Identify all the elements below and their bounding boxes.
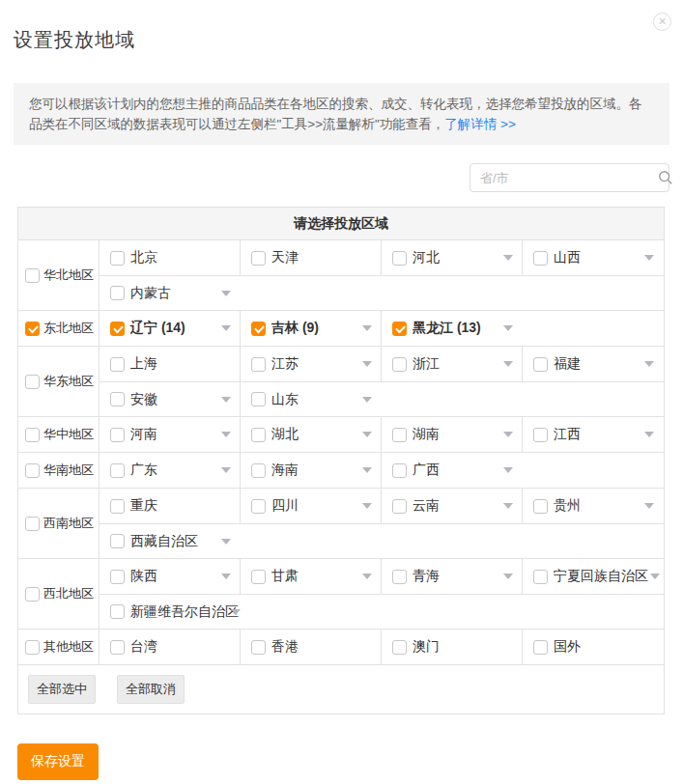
province-search-input[interactable] [470,171,658,185]
region-checkbox[interactable] [25,375,40,389]
province-checkbox[interactable] [533,499,548,514]
province-checkbox[interactable] [533,570,548,584]
province-checkbox[interactable] [251,322,266,336]
province-checkbox[interactable] [251,392,266,406]
dropdown-caret-icon[interactable] [221,574,231,579]
dropdown-caret-icon[interactable] [231,609,241,615]
province-checkbox[interactable] [251,428,266,442]
dropdown-caret-icon[interactable] [221,325,231,331]
province-checkbox[interactable] [392,428,407,442]
learn-more-link[interactable]: 了解详情 >> [444,117,516,131]
region-rows: 上海江苏浙江福建安徽山东 [100,347,664,416]
dropdown-caret-icon[interactable] [221,539,231,545]
province-cell: 天津 [241,240,382,275]
province-label: 台湾 [130,638,219,656]
region-label: 华中地区 [43,426,94,443]
province-checkbox[interactable] [110,428,125,442]
dropdown-caret-icon[interactable] [221,397,231,403]
province-checkbox[interactable] [110,463,125,478]
province-checkbox[interactable] [110,570,125,584]
province-checkbox[interactable] [251,640,266,655]
magnifier-icon[interactable] [658,164,673,191]
save-settings-button[interactable]: 保存设置 [17,743,99,780]
region-checkbox[interactable] [25,587,40,602]
province-checkbox[interactable] [392,251,407,266]
province-checkbox[interactable] [110,604,125,619]
dropdown-caret-icon[interactable] [221,291,231,296]
province-label: 江苏 [271,355,360,373]
province-checkbox[interactable] [110,251,125,266]
region-label: 西北地区 [43,585,94,602]
province-checkbox[interactable] [392,322,407,336]
province-row: 河南湖北湖南江西 [100,417,664,452]
province-checkbox[interactable] [533,428,548,442]
dropdown-caret-icon[interactable] [221,432,231,437]
province-cell: 江苏 [241,347,382,381]
dropdown-caret-icon[interactable] [503,432,513,437]
province-label: 辽宁 (14) [130,320,219,337]
dropdown-caret-icon[interactable] [503,467,513,473]
province-checkbox[interactable] [392,357,407,372]
province-checkbox[interactable] [110,499,125,514]
region-checkbox[interactable] [25,322,40,336]
dropdown-caret-icon[interactable] [221,467,231,473]
dropdown-caret-icon[interactable] [644,361,654,367]
province-checkbox[interactable] [251,570,266,584]
province-checkbox[interactable] [110,640,125,655]
province-cell: 国外 [523,630,664,664]
dropdown-caret-icon[interactable] [362,503,372,509]
province-label: 青海 [413,568,501,585]
region-cell: 东北地区 [18,311,100,346]
dropdown-caret-icon[interactable] [362,325,372,331]
province-row: 安徽山东 [100,381,664,416]
dropdown-caret-icon[interactable] [644,255,654,261]
province-checkbox[interactable] [533,640,548,655]
dropdown-caret-icon[interactable] [503,574,513,579]
province-checkbox[interactable] [110,534,125,548]
province-checkbox[interactable] [251,357,266,372]
province-label: 西藏自治区 [130,533,219,550]
table-actions: 全部选中全部取消 [18,664,664,714]
province-checkbox[interactable] [392,499,407,514]
dropdown-caret-icon[interactable] [362,432,372,437]
province-checkbox[interactable] [110,286,125,300]
dropdown-caret-icon[interactable] [503,325,513,331]
province-checkbox[interactable] [110,392,125,406]
region-checkbox[interactable] [25,428,40,442]
region-checkbox[interactable] [25,463,40,478]
province-checkbox[interactable] [110,357,125,372]
cancel-all-button[interactable]: 全部取消 [117,675,185,704]
select-all-button[interactable]: 全部选中 [28,675,96,704]
region-checkbox[interactable] [25,268,40,283]
province-checkbox[interactable] [251,499,266,514]
province-cell: 贵州 [523,489,664,523]
province-label: 重庆 [130,497,219,515]
region-rows: 广东海南广西 [100,453,664,488]
dropdown-caret-icon[interactable] [362,467,372,473]
province-checkbox[interactable] [392,570,407,584]
province-label: 内蒙古 [130,285,219,302]
dropdown-caret-icon[interactable] [650,574,660,579]
close-icon[interactable]: ✕ [653,13,671,31]
dropdown-caret-icon[interactable] [362,397,372,403]
region-group: 华北地区北京天津河北山西内蒙古 [18,239,664,310]
dropdown-caret-icon[interactable] [503,503,513,509]
region-checkbox[interactable] [25,517,40,531]
dropdown-caret-icon[interactable] [503,361,513,367]
dropdown-caret-icon[interactable] [362,361,372,367]
region-checkbox[interactable] [25,640,40,655]
province-checkbox[interactable] [251,251,266,266]
region-table-body: 华北地区北京天津河北山西内蒙古东北地区辽宁 (14)吉林 (9)黑龙江 (13)… [18,239,664,664]
dropdown-caret-icon[interactable] [362,574,372,579]
province-checkbox[interactable] [392,463,407,478]
dropdown-caret-icon[interactable] [644,503,654,509]
dropdown-caret-icon[interactable] [503,255,513,261]
province-checkbox[interactable] [533,251,548,266]
province-checkbox[interactable] [110,322,125,336]
province-checkbox[interactable] [533,357,548,372]
province-label: 天津 [271,249,360,266]
province-cell: 陕西 [100,559,241,594]
province-checkbox[interactable] [251,463,266,478]
province-checkbox[interactable] [392,640,407,655]
dropdown-caret-icon[interactable] [644,432,654,437]
